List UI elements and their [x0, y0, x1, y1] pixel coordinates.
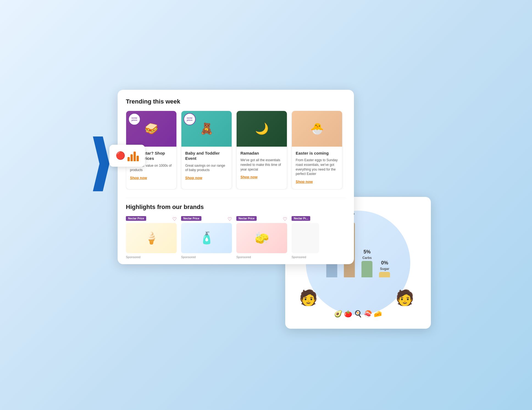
sponsored-label-4: Sponsored	[292, 255, 319, 259]
carbs-pct: 5%	[364, 249, 371, 255]
brand-card-4: Nectar Pr... Sponsored	[292, 216, 319, 259]
brand-product-img-3: 🧽	[236, 223, 287, 253]
nectar-dot-icon: 🔴	[116, 151, 125, 160]
food-illustrations: 🥑 🍅 🍳 🍣 🧀	[334, 310, 382, 318]
trend-card-ramadan-img: 🌙	[237, 111, 287, 147]
sponsored-label-3: Sponsored	[236, 255, 287, 259]
nectar-badge-2: nectarprices	[184, 113, 196, 125]
trend-card-baby-body: Baby and Toddler Event Great savings on …	[181, 147, 232, 185]
brands-row: Nectar Price ♡ 🍦 Sponsored Nectar Price …	[126, 216, 346, 259]
heart-icon-3[interactable]: ♡	[283, 216, 287, 222]
nectar-price-tag-1: Nectar Price	[126, 216, 146, 221]
nectar-price-tag-3: Nectar Price	[236, 216, 257, 221]
main-card-content: Trending this week nectarprices 🥪 Got Ne…	[118, 90, 354, 264]
egg-icon: 🍳	[354, 310, 362, 318]
trend-card-easter-body: Easter is coming From Easter eggs to Sun…	[292, 147, 342, 189]
trend-card-baby-title: Baby and Toddler Event	[185, 150, 228, 161]
trending-title: Trending this week	[126, 98, 346, 105]
brand-product-img-1: 🍦	[126, 223, 177, 253]
nectar-badge-1: nectarprices	[128, 113, 140, 125]
nectar-price-tag-4: Nectar Pr...	[292, 216, 310, 221]
avocado-icon: 🥑	[334, 310, 342, 318]
trend-card-easter: 🐣 Easter is coming From Easter eggs to S…	[292, 111, 342, 189]
brand-card-1: Nectar Price ♡ 🍦 Sponsored	[126, 216, 177, 259]
brand-product-img-2: 🧴	[181, 223, 232, 253]
shop-now-nectar[interactable]: Shop now	[130, 176, 147, 180]
bar-mini-3	[134, 152, 136, 161]
sugar-label: Sugar	[380, 267, 389, 271]
trend-card-easter-img: 🐣	[292, 111, 342, 147]
trend-card-ramadan-desc: We've got all the essentials needed to m…	[240, 158, 283, 172]
shop-now-easter[interactable]: Shop now	[296, 180, 313, 184]
trend-card-ramadan: 🌙 Ramadan We've got all the essentials n…	[236, 111, 287, 189]
tomato-icon: 🍅	[344, 310, 352, 318]
bar-mini-2	[131, 154, 133, 161]
shop-now-ramadan[interactable]: Shop now	[240, 175, 257, 179]
trend-card-easter-desc: From Easter eggs to Sunday roast essenti…	[296, 158, 338, 176]
trend-card-nectar-img: nectarprices 🥪	[126, 111, 176, 147]
brand-card-2: Nectar Price ♡ 🧴 Sponsored	[181, 216, 232, 259]
ramadan-product: 🌙	[237, 111, 287, 147]
brand-card-3: Nectar Price ♡ 🧽 Sponsored	[236, 216, 287, 259]
carbs-bar	[362, 261, 373, 277]
bar-mini-4	[137, 156, 139, 161]
highlights-section: Highlights from our brands Nectar Price …	[126, 198, 346, 259]
ice-cream-emoji: 🍦	[144, 231, 159, 245]
nectar-icon-card: 🔴	[109, 145, 145, 167]
carbs-label: Carbs	[362, 256, 372, 260]
cheese-icon: 🧀	[374, 310, 382, 318]
shop-now-baby[interactable]: Shop now	[185, 176, 202, 180]
heart-icon-2[interactable]: ♡	[228, 216, 232, 222]
carbs-bar-group: 5% Carbs	[362, 249, 373, 277]
sugar-bar-group: 0% Sugar	[379, 260, 390, 277]
nectar-price-tag-2: Nectar Price	[181, 216, 201, 221]
blue-arrow-decoration	[93, 136, 109, 191]
heart-icon-1[interactable]: ♡	[172, 216, 177, 222]
highlights-title: Highlights from our brands	[126, 203, 346, 211]
sponsored-label-1: Sponsored	[126, 255, 177, 259]
bar-chart-mini-icon	[128, 150, 139, 161]
sugar-pct: 0%	[381, 260, 388, 266]
salmon-icon: 🍣	[364, 310, 372, 318]
trending-row: nectarprices 🥪 Got Nectar? Shop lower pr…	[126, 111, 346, 189]
figure-right: 🧑	[395, 289, 414, 307]
screen-container: 🔴 Trending this week nectarprices 🥪	[101, 82, 431, 329]
trend-card-baby-img: nectarprices 🧸	[181, 111, 232, 147]
easter-product: 🐣	[292, 111, 342, 147]
figure-left: 🧑	[299, 289, 318, 307]
brand-product-img-4	[292, 223, 319, 253]
trend-card-ramadan-title: Ramadan	[240, 150, 283, 156]
sponsored-label-2: Sponsored	[181, 255, 232, 259]
bar-mini-1	[128, 157, 130, 161]
trend-card-easter-title: Easter is coming	[296, 150, 338, 156]
spray-emoji: 🧴	[199, 231, 214, 245]
trend-card-baby-desc: Great savings on our range of baby produ…	[185, 163, 228, 173]
trend-card-baby: nectarprices 🧸 Baby and Toddler Event Gr…	[181, 111, 232, 189]
sugar-bar	[379, 272, 390, 277]
main-card: Trending this week nectarprices 🥪 Got Ne…	[118, 90, 354, 264]
dishwasher-emoji: 🧽	[255, 231, 269, 245]
trend-card-ramadan-body: Ramadan We've got all the essentials nee…	[237, 147, 287, 184]
